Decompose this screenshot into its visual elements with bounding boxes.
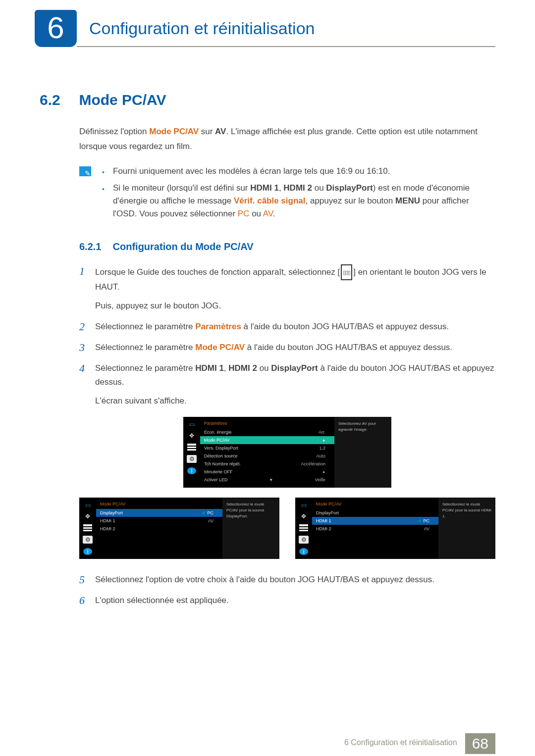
move-icon: ✥ [299, 513, 308, 520]
osd-item: DisplayPort [312, 509, 438, 517]
move-icon: ✥ [187, 432, 196, 439]
gear-icon: ⚙ [83, 536, 93, 544]
osd-title: Mode PC/AV [96, 501, 222, 509]
osd-main-menu: ▭ ✥ ⚙ i Paramètres Econ. énergieArr. Mod… [183, 417, 391, 488]
step-2: 2 Sélectionnez le paramètre Paramètres à… [79, 320, 495, 334]
monitor-icon: ▭ [187, 421, 196, 428]
section-number: 6.2 [40, 92, 77, 108]
info-icon: i [299, 548, 308, 555]
osd-submenu-hdmi1: ▭ ✥ ⚙ i Mode PC/AV DisplayPort HDMI 1PC … [295, 498, 495, 559]
list-icon [187, 444, 196, 451]
step-1: 1 Lorsque le Guide des touches de foncti… [79, 264, 495, 313]
osd-item: HDMI 1AV [96, 517, 222, 525]
move-icon: ✥ [83, 513, 92, 520]
step-4: 4 Sélectionnez le paramètre HDMI 1, HDMI… [79, 361, 495, 408]
osd-item: Activer LED▾Veille [200, 476, 334, 484]
step-6: 6 L'option sélectionnée est appliquée. [79, 594, 495, 607]
note-item: Si le moniteur (lorsqu'il est défini sur… [102, 182, 495, 220]
note-icon [79, 166, 91, 176]
section-heading: 6.2 Mode PC/AV [40, 92, 495, 108]
gear-icon: ⚙ [299, 536, 309, 544]
chapter-title: Configuration et réinitialisation [77, 10, 495, 47]
info-icon: i [187, 467, 196, 474]
info-icon: i [83, 548, 92, 555]
monitor-icon: ▭ [83, 502, 92, 508]
osd-item: HDMI 2 [96, 525, 222, 533]
osd-hint: Sélectionnez AV pour agrandir l'image. [334, 417, 391, 488]
osd-item: HDMI 2AV [312, 525, 438, 533]
osd-submenu-displayport: ▭ ✥ ⚙ i Mode PC/AV DisplayPortPC HDMI 1A… [79, 498, 279, 559]
osd-item: Détection sourceAuto [200, 452, 334, 460]
intro-paragraph: Définissez l'option Mode PC/AV sur AV. L… [79, 124, 495, 154]
subsection-heading: 6.2.1 Configuration du Mode PC/AV [79, 241, 495, 252]
footer-page-number: 68 [465, 733, 495, 754]
osd-sidebar-icons: ▭ ✥ ⚙ i [79, 498, 96, 559]
osd-item-selected: DisplayPortPC [96, 509, 222, 517]
subsection-title: Configuration du Mode PC/AV [113, 241, 254, 252]
chapter-number-tab: 6 [35, 10, 77, 47]
osd-item-selected: HDMI 1PC [312, 517, 438, 525]
osd-sidebar-icons: ▭ ✥ ⚙ i [295, 498, 312, 559]
osd-screenshot-group: ▭ ✥ ⚙ i Paramètres Econ. énergieArr. Mod… [79, 417, 495, 559]
menu-icon: ▯▯▯ [341, 264, 352, 280]
list-icon [83, 524, 92, 531]
osd-title: Mode PC/AV [312, 501, 438, 509]
osd-item: Vers. DisplayPort1.2 [200, 444, 334, 452]
osd-item: Tch Nombre répét.Accélération [200, 460, 334, 468]
subsection-number: 6.2.1 [79, 241, 110, 252]
monitor-icon: ▭ [299, 502, 308, 508]
osd-sidebar-icons: ▭ ✥ ⚙ i [183, 417, 200, 488]
chapter-header: 6 Configuration et réinitialisation [35, 10, 495, 47]
osd-title: Paramètres [200, 420, 334, 428]
note-block: Fourni uniquement avec les modèles à écr… [79, 165, 495, 224]
step-3: 3 Sélectionnez le paramètre Mode PC/AV à… [79, 341, 495, 354]
footer-chapter-label: 6 Configuration et réinitialisation [336, 733, 465, 754]
section-title: Mode PC/AV [79, 92, 166, 108]
step-5: 5 Sélectionnez l'option de votre choix à… [79, 573, 495, 587]
osd-item-highlighted: Mode PC/AV▸ [200, 436, 334, 444]
page-footer: 6 Configuration et réinitialisation 68 [336, 733, 495, 754]
osd-item: Econ. énergieArr. [200, 428, 334, 436]
osd-item: Minuterie OFF▸ [200, 468, 334, 476]
list-icon [299, 524, 308, 531]
gear-icon: ⚙ [187, 455, 197, 463]
note-item: Fourni uniquement avec les modèles à écr… [102, 165, 495, 178]
osd-hint: Sélectionnez le mode PC/AV pour la sourc… [438, 498, 495, 559]
osd-hint: Sélectionnez le mode PC/AV pour la sourc… [222, 498, 279, 559]
